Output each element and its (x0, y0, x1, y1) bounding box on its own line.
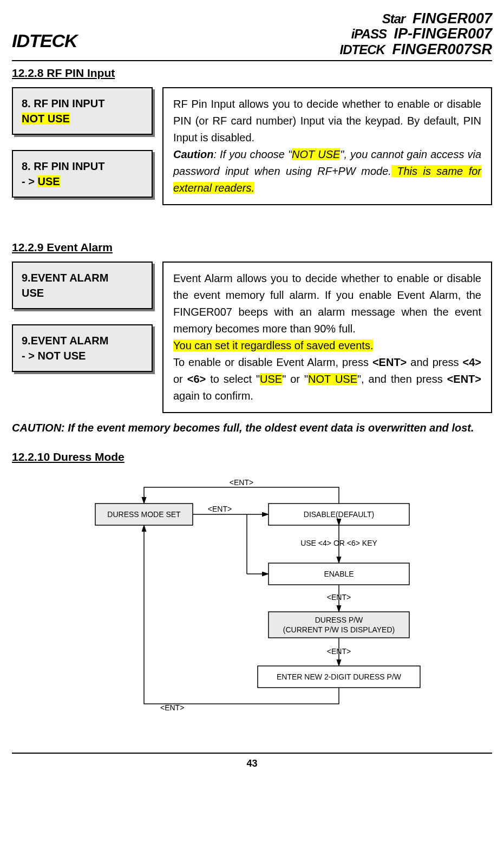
lcd-line: USE (22, 285, 143, 300)
section-1228-body: 8. RF PIN INPUT NOT USE 8. RF PIN INPUT … (12, 87, 492, 205)
brand-prefix-idteck: IDTECK (340, 42, 385, 57)
flow-label-use46: USE <4> OR <6> KEY (300, 539, 377, 547)
brand-prefix-star: Star (382, 11, 405, 26)
lcd-highlight: NOT USE (22, 113, 70, 125)
heading-1228: 12.2.8 RF PIN Input (12, 67, 492, 80)
flow-label-ent: <ENT> (207, 505, 231, 513)
flow-label-ent: <ENT> (160, 703, 184, 712)
key-4: <4> (463, 356, 481, 368)
lcd-line: 9.EVENT ALARM (22, 333, 143, 348)
text: or (173, 373, 187, 385)
flow-node-duress-mode-set: DURESS MODE SET (107, 510, 181, 519)
heading-1229: 12.2.9 Event Alarm (12, 241, 492, 254)
page-header: IDTECK Star FINGER007 iPASS IP-FINGER007… (12, 11, 492, 61)
duress-mode-flowchart: <ENT> DURESS MODE SET <ENT> DISABLE(DEFA… (12, 471, 492, 736)
desc-paragraph: RF Pin Input allows you to decide whethe… (173, 96, 481, 146)
model-line-1: Star FINGER007 (340, 11, 492, 26)
lcd-rf-pin-use: 8. RF PIN INPUT - > USE (12, 150, 153, 198)
caution-highlight: NOT USE (292, 148, 340, 160)
flow-node-duress-pw-l1: DURESS P/W (315, 616, 363, 624)
brand-prefix-ipass: iPASS (351, 27, 387, 41)
model-line-2: iPASS IP-FINGER007 (340, 26, 492, 41)
lcd-column-1229: 9.EVENT ALARM USE 9.EVENT ALARM - > NOT … (12, 262, 153, 413)
model-finger007: FINGER007 (413, 10, 492, 27)
lcd-line: - > NOT USE (22, 348, 143, 363)
brand-logo-idteck: IDTECK (12, 30, 77, 51)
text: To enable or disable Event Alarm, press (173, 356, 372, 368)
flowchart-svg: <ENT> DURESS MODE SET <ENT> DISABLE(DEFA… (41, 476, 463, 726)
lcd-column-1228: 8. RF PIN INPUT NOT USE 8. RF PIN INPUT … (12, 87, 153, 205)
key-6: <6> (187, 373, 206, 385)
text: " or " (282, 373, 308, 385)
text: and press (407, 356, 462, 368)
page-container: IDTECK Star FINGER007 iPASS IP-FINGER007… (0, 0, 504, 780)
flow-label-ent: <ENT> (326, 593, 350, 602)
highlight-text: You can set it regardless of saved event… (173, 339, 373, 351)
lcd-event-alarm-notuse: 9.EVENT ALARM - > NOT USE (12, 324, 153, 372)
highlight-notuse: NOT USE (308, 373, 357, 385)
lcd-line: 8. RF PIN INPUT (22, 96, 143, 111)
lcd-line: NOT USE (22, 111, 143, 126)
lcd-prefix: - > (22, 175, 37, 187)
desc-caution: Caution: If you choose "NOT USE", you ca… (173, 146, 481, 197)
caution-text: : If you choose " (213, 148, 292, 160)
caution-label: Caution (173, 148, 213, 160)
text: again to confirm. (173, 390, 253, 402)
key-ent: <ENT> (447, 373, 481, 385)
text: ", and then press (357, 373, 447, 385)
desc-paragraph: Event Alarm allows you to decide whether… (173, 270, 481, 337)
lcd-rf-pin-notuse: 8. RF PIN INPUT NOT USE (12, 87, 153, 135)
flow-label-ent: <ENT> (229, 478, 253, 487)
highlight-use: USE (260, 373, 282, 385)
heading-12210: 12.2.10 Duress Mode (12, 450, 492, 463)
product-models: Star FINGER007 iPASS IP-FINGER007 IDTECK… (340, 11, 492, 57)
desc-paragraph: To enable or disable Event Alarm, press … (173, 354, 481, 404)
page-footer: 43 (12, 753, 492, 769)
flow-node-enter-pw: ENTER NEW 2-DIGIT DURESS P/W (277, 672, 402, 681)
model-finger007sr: FINGER007SR (392, 41, 492, 57)
flow-node-duress-pw-l2: (CURRENT P/W IS DISPLAYED) (283, 625, 394, 634)
model-line-3: IDTECK FINGER007SR (340, 42, 492, 57)
text: to select " (206, 373, 260, 385)
section-1229-body: 9.EVENT ALARM USE 9.EVENT ALARM - > NOT … (12, 262, 492, 413)
key-ent: <ENT> (372, 356, 407, 368)
description-1229: Event Alarm allows you to decide whether… (162, 262, 492, 413)
desc-highlight-line: You can set it regardless of saved event… (173, 337, 481, 354)
lcd-line: 8. RF PIN INPUT (22, 159, 143, 174)
lcd-line: - > USE (22, 174, 143, 189)
page-number: 43 (246, 758, 257, 769)
model-ipfinger007: IP-FINGER007 (394, 25, 492, 42)
caution-memory-full: CAUTION: If the event memory becomes ful… (12, 422, 492, 434)
flow-node-enable: ENABLE (324, 570, 354, 578)
description-1228: RF Pin Input allows you to decide whethe… (162, 87, 492, 205)
lcd-highlight: USE (37, 175, 60, 187)
lcd-line: 9.EVENT ALARM (22, 270, 143, 285)
flow-node-disable: DISABLE(DEFAULT) (303, 510, 374, 519)
flow-label-ent: <ENT> (326, 647, 350, 656)
lcd-event-alarm-use: 9.EVENT ALARM USE (12, 262, 153, 309)
